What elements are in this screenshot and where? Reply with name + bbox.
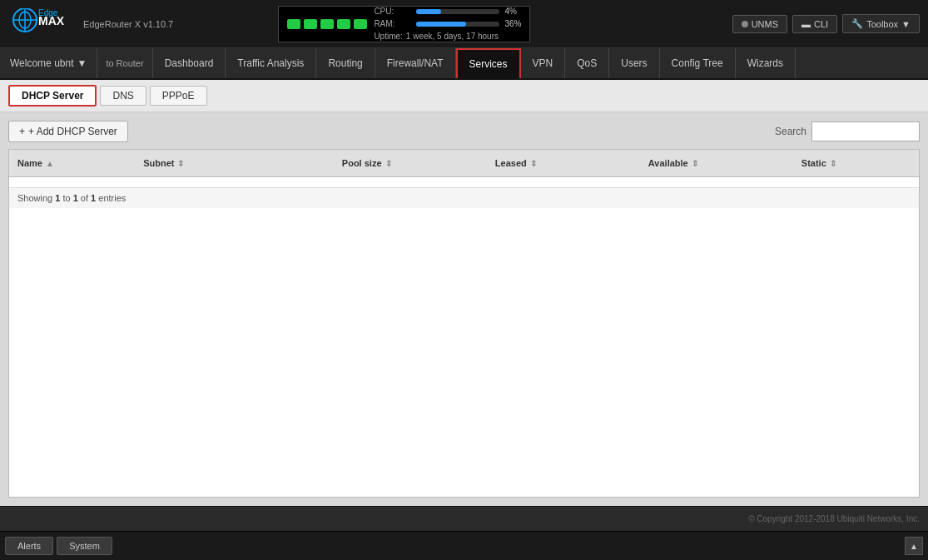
ram-bar: [416, 22, 466, 27]
dhcp-table: Name ▲ Subnet ⇕ Pool size ⇕ Leased ⇕ Ava…: [8, 149, 920, 498]
header-right: UNMS ▬ CLI 🔧 Toolbox ▼: [732, 14, 920, 33]
ram-value: 36%: [504, 17, 521, 30]
table-body: [9, 177, 919, 187]
footer-right: ▲: [905, 537, 923, 555]
th-subnet[interactable]: Subnet ⇕: [135, 155, 334, 171]
logo: MAX Edge: [8, 8, 67, 40]
uptime-value: 1 week, 5 days, 17 hours: [406, 30, 499, 42]
cli-icon: ▬: [801, 19, 811, 29]
welcome-menu[interactable]: Welcome ubnt ▼: [0, 48, 97, 78]
to-router-label: to Router: [97, 48, 152, 78]
cli-label: CLI: [814, 19, 828, 29]
search-input[interactable]: [811, 121, 920, 141]
th-leased-label: Leased: [495, 158, 527, 168]
th-available[interactable]: Available ⇕: [640, 155, 793, 171]
welcome-arrow: ▼: [77, 57, 87, 69]
footer-tabs: Alerts System ▲: [0, 531, 928, 560]
th-static-label: Static: [801, 158, 826, 168]
th-subnet-sort-icon: ⇕: [177, 159, 184, 168]
nav-tabs: Dashboard Traffic Analysis Routing Firew…: [153, 48, 796, 78]
add-dhcp-server-button[interactable]: + + Add DHCP Server: [8, 121, 128, 142]
th-pool-sort-icon: ⇕: [385, 159, 392, 168]
tab-config-tree[interactable]: Config Tree: [660, 48, 736, 78]
tab-qos[interactable]: QoS: [565, 48, 609, 78]
ram-bar-bg: [416, 22, 499, 27]
tab-users[interactable]: Users: [609, 48, 659, 78]
unms-button[interactable]: UNMS: [732, 15, 787, 33]
ram-label: RAM:: [374, 17, 411, 30]
search-area: Search: [775, 121, 920, 141]
tab-vpn[interactable]: VPN: [521, 48, 566, 78]
toolbox-arrow: ▼: [901, 19, 911, 29]
unms-label: UNMS: [752, 19, 778, 29]
table-header: Name ▲ Subnet ⇕ Pool size ⇕ Leased ⇕ Ava…: [9, 150, 919, 177]
scroll-up-button[interactable]: ▲: [905, 537, 923, 555]
footer-tab-system[interactable]: System: [57, 537, 112, 555]
th-name-sort-icon: ▲: [46, 159, 54, 168]
port-2: [304, 19, 317, 29]
cpu-value: 4%: [504, 5, 516, 17]
header: MAX Edge EdgeRouter X v1.10.7 CPU: 4% RA…: [0, 0, 928, 48]
th-leased-sort-icon: ⇕: [530, 159, 537, 168]
tab-services[interactable]: Services: [456, 48, 521, 78]
th-pool-label: Pool size: [342, 158, 382, 168]
toolbox-label: Toolbox: [866, 19, 898, 29]
logo-icon: MAX Edge: [8, 8, 67, 40]
wrench-icon: 🔧: [851, 18, 863, 29]
unms-dot: [742, 21, 748, 27]
add-plus-icon: +: [19, 126, 25, 137]
bottom-bar: © Copyright 2012-2018 Ubiquiti Networks,…: [0, 506, 928, 531]
th-leased[interactable]: Leased ⇕: [487, 155, 640, 171]
port-5: [354, 19, 367, 29]
th-static-sort-icon: ⇕: [830, 159, 836, 168]
th-pool-size[interactable]: Pool size ⇕: [334, 155, 487, 171]
sub-tab-pppoe[interactable]: PPPoE: [150, 86, 207, 106]
port-1: [287, 19, 300, 29]
content-area: + + Add DHCP Server Search Name ▲ Subnet…: [0, 112, 928, 506]
search-label: Search: [775, 126, 806, 137]
device-stats: CPU: 4% RAM: 36% Uptime: 1 week, 5 days,…: [374, 5, 521, 42]
uptime-label: Uptime:: [374, 30, 402, 42]
th-name[interactable]: Name ▲: [9, 155, 135, 171]
welcome-text: Welcome ubnt: [10, 57, 73, 69]
cpu-label: CPU:: [374, 5, 411, 17]
svg-text:Edge: Edge: [38, 8, 58, 17]
th-available-sort-icon: ⇕: [692, 159, 698, 168]
port-4: [337, 19, 350, 29]
add-dhcp-label: + Add DHCP Server: [28, 126, 117, 137]
cpu-bar-bg: [416, 9, 499, 14]
tab-dashboard[interactable]: Dashboard: [153, 48, 226, 78]
table-footer: Showing 1 to 1 of 1 entries: [9, 187, 919, 208]
sub-tabs: DHCP Server DNS PPPoE: [0, 80, 928, 112]
tab-wizards[interactable]: Wizards: [736, 48, 796, 78]
cli-button[interactable]: ▬ CLI: [792, 15, 837, 33]
tab-firewall-nat[interactable]: Firewall/NAT: [375, 48, 456, 78]
main-nav: Welcome ubnt ▼ to Router Dashboard Traff…: [0, 48, 928, 80]
cpu-bar: [416, 9, 441, 14]
th-subnet-label: Subnet: [143, 158, 174, 168]
th-available-label: Available: [648, 158, 688, 168]
footer-tab-alerts[interactable]: Alerts: [5, 537, 53, 555]
tab-traffic-analysis[interactable]: Traffic Analysis: [226, 48, 316, 78]
th-name-label: Name: [17, 158, 42, 168]
toolbox-button[interactable]: 🔧 Toolbox ▼: [842, 14, 920, 33]
tab-routing[interactable]: Routing: [316, 48, 375, 78]
nav-left: Welcome ubnt ▼ to Router: [0, 48, 153, 78]
device-panel: CPU: 4% RAM: 36% Uptime: 1 week, 5 days,…: [278, 6, 530, 42]
port-icons: [287, 19, 367, 29]
th-static[interactable]: Static ⇕: [793, 155, 919, 171]
sub-tab-dns[interactable]: DNS: [100, 86, 146, 106]
sub-tab-dhcp-server[interactable]: DHCP Server: [8, 85, 97, 107]
copyright-text: © Copyright 2012-2018 Ubiquiti Networks,…: [748, 514, 920, 523]
router-version: EdgeRouter X v1.10.7: [83, 19, 173, 29]
scroll-up-icon: ▲: [910, 542, 918, 551]
content-toolbar: + + Add DHCP Server Search: [8, 121, 920, 142]
port-3: [320, 19, 334, 29]
